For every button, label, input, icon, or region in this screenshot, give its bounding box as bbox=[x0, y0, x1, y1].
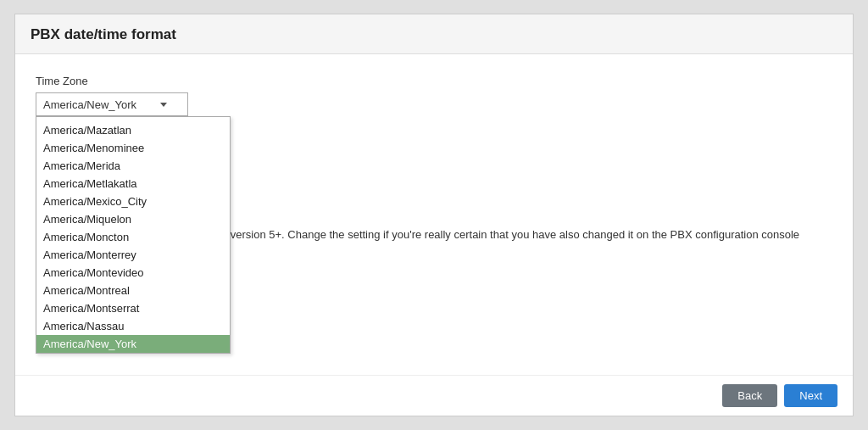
timezone-select-display[interactable]: America/New_York bbox=[36, 92, 188, 116]
main-container: PBX date/time format Time Zone America/N… bbox=[14, 14, 854, 416]
timezone-dropdown-list[interactable]: America/Lower_PrincesAmerica/MaceioAmeri… bbox=[36, 116, 231, 354]
timezone-form-group: Time Zone America/New_York America/Lower… bbox=[36, 75, 832, 116]
list-item[interactable]: America/Monterrey bbox=[36, 246, 230, 264]
list-item[interactable]: America/Montreal bbox=[36, 282, 230, 299]
back-button[interactable]: Back bbox=[722, 384, 777, 407]
list-item[interactable]: America/Metlakatla bbox=[36, 175, 230, 193]
timezone-selected-text: America/New_York bbox=[43, 98, 155, 111]
list-item[interactable]: America/Miquelon bbox=[36, 210, 230, 228]
list-item[interactable]: America/New_York bbox=[36, 335, 230, 353]
page-content: Time Zone America/New_York America/Lower… bbox=[15, 54, 853, 375]
chevron-down-icon bbox=[160, 103, 167, 107]
list-item[interactable]: America/Merida bbox=[36, 157, 230, 175]
next-button[interactable]: Next bbox=[784, 384, 837, 407]
list-item[interactable]: America/Mazatlan bbox=[36, 121, 230, 139]
timezone-label: Time Zone bbox=[36, 75, 832, 87]
page-footer: Back Next bbox=[15, 375, 853, 416]
page-title: PBX date/time format bbox=[31, 26, 176, 42]
list-item[interactable]: America/Montevideo bbox=[36, 264, 230, 282]
list-item[interactable]: America/Mexico_City bbox=[36, 193, 230, 210]
list-item[interactable]: America/Menominee bbox=[36, 139, 230, 157]
timezone-select-wrapper[interactable]: America/New_York America/Lower_PrincesAm… bbox=[36, 92, 188, 116]
list-item[interactable]: America/Nassau bbox=[36, 317, 230, 335]
list-item[interactable]: America/Moncton bbox=[36, 228, 230, 246]
page-header: PBX date/time format bbox=[15, 14, 853, 54]
list-item[interactable]: America/Montserrat bbox=[36, 299, 230, 317]
